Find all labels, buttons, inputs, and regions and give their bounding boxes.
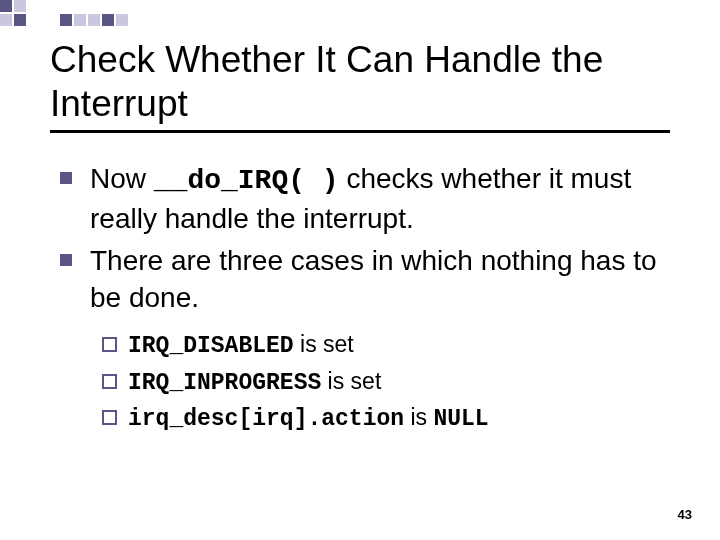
sub-item: irq_desc[irq].action is NULL — [102, 400, 680, 437]
sub-text: is set — [294, 331, 354, 357]
corner-decoration — [0, 0, 160, 26]
bullet-text-pre: Now — [90, 163, 154, 194]
bullet-code: __do_IRQ( ) — [154, 165, 339, 196]
sub-item: IRQ_INPROGRESS is set — [102, 364, 680, 401]
slide-title: Check Whether It Can Handle the Interrup… — [50, 38, 690, 125]
sub-code: irq_desc[irq].action — [128, 406, 404, 432]
sub-code: IRQ_INPROGRESS — [128, 370, 321, 396]
sub-code-2: NULL — [433, 406, 488, 432]
sub-text: is — [404, 404, 433, 430]
sub-text: is set — [321, 368, 381, 394]
sub-code: IRQ_DISABLED — [128, 333, 294, 359]
slide-content: Now __do_IRQ( ) checks whether it must r… — [60, 160, 680, 437]
title-underline — [50, 130, 670, 133]
bullet-item: There are three cases in which nothing h… — [60, 242, 680, 318]
bullet-item: Now __do_IRQ( ) checks whether it must r… — [60, 160, 680, 238]
bullet-text-pre: There are three cases in which nothing h… — [90, 245, 657, 314]
sub-list: IRQ_DISABLED is set IRQ_INPROGRESS is se… — [102, 327, 680, 437]
page-number: 43 — [678, 507, 692, 522]
sub-item: IRQ_DISABLED is set — [102, 327, 680, 364]
